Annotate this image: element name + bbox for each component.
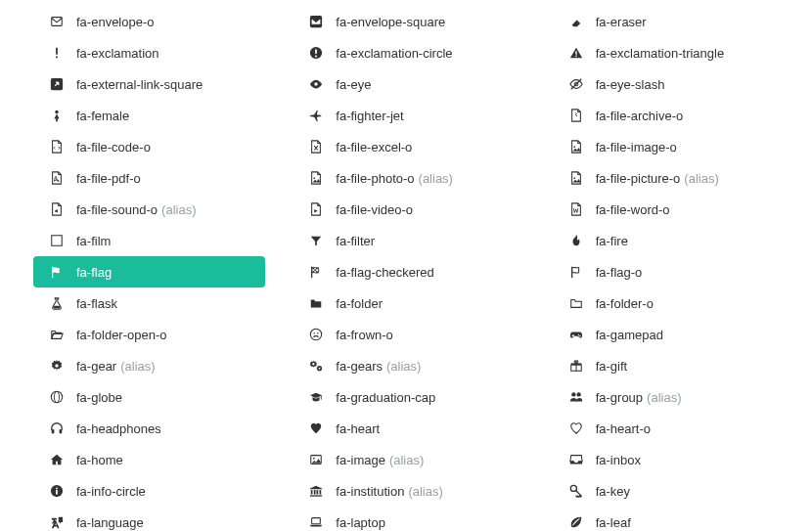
icon-list-item[interactable]: fa-institution(alias) — [293, 475, 524, 507]
icon-column: fa-eraserfa-exclamation-trianglefa-eye-s… — [553, 6, 812, 531]
flag-checkered-icon — [306, 265, 326, 279]
svg-point-37 — [314, 332, 315, 333]
icon-list-item[interactable]: fa-globe — [33, 381, 265, 413]
svg-point-71 — [576, 392, 580, 396]
image-icon — [306, 453, 326, 466]
svg-rect-57 — [575, 114, 576, 115]
svg-point-28 — [315, 82, 319, 86]
icon-label: fa-eye-slash — [596, 77, 665, 92]
icon-label: fa-file-picture-o — [596, 171, 681, 186]
icon-list-item[interactable]: fa-image(alias) — [293, 444, 524, 475]
icon-list-item[interactable]: fa-file-sound-o(alias) — [33, 194, 265, 225]
icon-column: fa-envelope-ofa-exclamationfa-external-l… — [33, 6, 293, 531]
svg-point-41 — [319, 368, 321, 370]
svg-point-29 — [314, 177, 316, 179]
icon-list-item[interactable]: fa-heart-o — [553, 413, 785, 444]
icon-list-item[interactable]: fa-laptop — [293, 507, 524, 531]
icon-list-item[interactable]: fa-eye — [293, 68, 524, 100]
icon-list-item[interactable]: fa-envelope-square — [293, 6, 524, 37]
icon-list-item[interactable]: fa-folder-open-o — [33, 319, 265, 350]
eraser-icon — [566, 15, 586, 28]
icon-label: fa-folder — [336, 296, 383, 311]
svg-rect-26 — [315, 50, 317, 54]
svg-line-54 — [570, 79, 581, 90]
globe-icon — [47, 390, 67, 404]
icon-label: fa-folder-o — [596, 296, 654, 311]
file-sound-o-icon — [47, 202, 67, 216]
icon-label: fa-gears — [336, 359, 383, 374]
icon-list-item[interactable]: fa-fire — [553, 225, 785, 256]
icon-label: fa-envelope-square — [336, 15, 445, 29]
svg-rect-46 — [314, 490, 316, 494]
icon-list-item[interactable]: fa-female — [33, 100, 265, 131]
svg-rect-32 — [316, 268, 318, 270]
icon-list-item[interactable]: fa-flask — [33, 288, 265, 319]
icon-list-item[interactable]: fa-info-circle — [33, 475, 265, 507]
icon-label: fa-inbox — [596, 453, 641, 467]
icon-list-item[interactable]: fa-gift — [553, 350, 785, 381]
icon-label: fa-file-word-o — [596, 202, 670, 217]
icon-list-item[interactable]: fa-file-picture-o(alias) — [553, 162, 785, 194]
icon-list-item[interactable]: fa-film — [33, 225, 265, 256]
icon-list-item[interactable]: fa-folder-o — [553, 288, 785, 319]
icon-list-item[interactable]: fa-gears(alias) — [293, 350, 524, 381]
icon-list-item[interactable]: fa-exclamation-triangle — [553, 37, 785, 68]
svg-point-38 — [317, 332, 318, 333]
svg-point-16 — [54, 391, 59, 402]
icon-list-item[interactable]: fa-gamepad — [553, 319, 785, 350]
icon-list-item[interactable]: fa-key — [553, 475, 785, 507]
icon-label: fa-language — [76, 515, 144, 530]
icon-label: fa-fighter-jet — [336, 109, 403, 123]
svg-point-39 — [313, 363, 315, 365]
icon-list-item[interactable]: fa-exclamation-circle — [293, 37, 524, 68]
icon-label: fa-external-link-square — [76, 77, 203, 92]
icon-label: fa-eraser — [596, 15, 647, 29]
icon-label: fa-frown-o — [336, 328, 393, 342]
icon-list-item[interactable]: fa-file-excel-o — [293, 131, 524, 162]
icon-list-item[interactable]: fa-file-code-o — [33, 131, 265, 162]
exclamation-triangle-icon — [566, 46, 586, 60]
icon-list-item[interactable]: fa-gear(alias) — [33, 350, 265, 381]
file-picture-o-icon — [566, 171, 586, 185]
alias-tag: (alias) — [389, 453, 424, 467]
icon-list-item[interactable]: fa-exclamation — [33, 37, 265, 68]
icon-list-item[interactable]: fa-file-word-o — [553, 194, 785, 225]
svg-rect-48 — [320, 490, 322, 494]
icon-label: fa-file-pdf-o — [76, 171, 141, 186]
icon-list-item[interactable]: fa-language — [33, 507, 265, 531]
icon-list-item[interactable]: fa-file-pdf-o — [33, 162, 265, 194]
icon-list-item[interactable]: fa-external-link-square — [33, 68, 265, 100]
icon-label: fa-file-photo-o — [336, 171, 414, 186]
icon-list-item[interactable]: fa-group(alias) — [553, 381, 785, 413]
svg-rect-18 — [52, 429, 55, 433]
icon-list-item[interactable]: fa-filter — [293, 225, 524, 256]
icon-label: fa-laptop — [336, 515, 385, 530]
icon-list-item[interactable]: fa-home — [33, 444, 265, 475]
icon-list-item[interactable]: fa-eye-slash — [553, 68, 785, 100]
icon-list-item[interactable]: fa-eraser — [553, 6, 785, 37]
icon-list-item[interactable]: fa-folder — [293, 288, 524, 319]
icon-label: fa-folder-open-o — [76, 328, 167, 342]
icon-label: fa-key — [596, 484, 630, 499]
gift-icon — [566, 359, 586, 373]
icon-list-item[interactable]: fa-envelope-o — [33, 6, 265, 37]
icon-list-item[interactable]: fa-heart — [293, 413, 524, 444]
icon-list-item[interactable]: fa-flag — [33, 256, 265, 288]
icon-list-item[interactable]: fa-frown-o — [293, 319, 524, 350]
svg-rect-49 — [310, 495, 322, 496]
icon-list-item[interactable]: fa-fighter-jet — [293, 100, 524, 131]
svg-rect-5 — [52, 236, 63, 246]
svg-point-72 — [570, 485, 576, 491]
icon-list-item[interactable]: fa-file-archive-o — [553, 100, 785, 131]
icon-list-item[interactable]: fa-flag-checkered — [293, 256, 524, 288]
institution-icon — [306, 484, 326, 498]
icon-list-item[interactable]: fa-file-image-o — [553, 131, 785, 162]
exclamation-icon — [47, 46, 67, 60]
icon-list-item[interactable]: fa-flag-o — [553, 256, 785, 288]
icon-list-item[interactable]: fa-headphones — [33, 413, 265, 444]
icon-list-item[interactable]: fa-graduation-cap — [293, 381, 524, 413]
icon-list-item[interactable]: fa-file-photo-o(alias) — [293, 162, 524, 194]
icon-list-item[interactable]: fa-file-video-o — [293, 194, 524, 225]
icon-list-item[interactable]: fa-leaf — [553, 507, 785, 531]
icon-list-item[interactable]: fa-inbox — [553, 444, 785, 475]
